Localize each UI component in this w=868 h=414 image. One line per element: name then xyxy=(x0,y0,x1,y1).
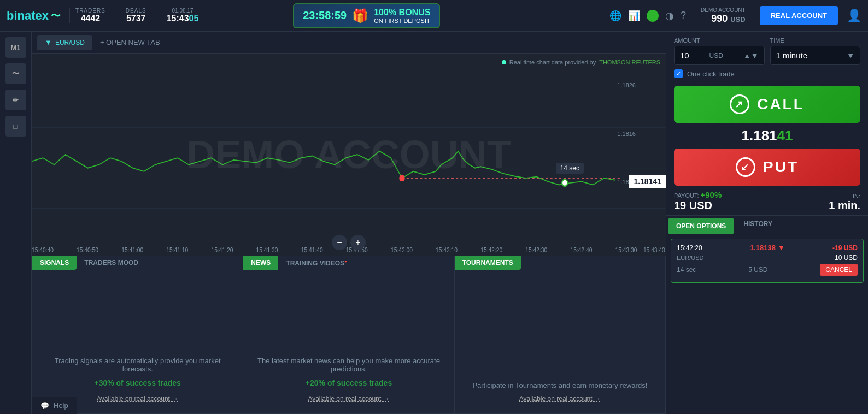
in-value: 1 min. xyxy=(829,199,860,212)
in-label: IN: xyxy=(829,193,860,199)
globe-icon[interactable]: 🌐 xyxy=(609,10,621,22)
call-button[interactable]: ↗ CALL xyxy=(674,86,860,123)
open-options-tab[interactable]: OPEN OPTIONS xyxy=(668,218,734,234)
payout-amount: 19 USD xyxy=(674,199,829,212)
zoom-in-button[interactable]: + xyxy=(350,235,366,250)
help-icon[interactable]: ? xyxy=(681,10,686,21)
history-tab[interactable]: HISTORY xyxy=(736,216,780,236)
amount-stepper[interactable]: ▲▼ xyxy=(743,51,759,60)
bottom-panels: SIGNALS TRADERS MOOD Trading signals are… xyxy=(32,256,666,414)
draw-tool-button[interactable]: ✏ xyxy=(5,90,26,110)
options-tabs: OPEN OPTIONS HISTORY xyxy=(666,215,868,236)
option-time: 15:42:20 xyxy=(677,244,702,252)
svg-text:15:42:20: 15:42:20 xyxy=(480,246,502,253)
svg-text:15:41:20: 15:41:20 xyxy=(211,246,233,253)
payout-box: PAYOUT: +90% 19 USD xyxy=(674,190,829,212)
user-icon[interactable]: 👤 xyxy=(847,9,861,23)
one-click-checkbox[interactable]: ✓ xyxy=(674,69,683,78)
payout-pct: +90% xyxy=(701,190,722,199)
signals-desc: Trading signals are automatically provid… xyxy=(43,357,232,373)
deals-value: 5737 xyxy=(126,14,146,23)
tournaments-content: Participate in Tournaments and earn mone… xyxy=(466,359,654,403)
logo: binatex 〜 xyxy=(7,9,61,23)
cancel-button[interactable]: CANCEL xyxy=(820,264,858,276)
tournaments-panel: TOURNAMENTS Participate in Tournaments a… xyxy=(455,256,666,414)
signals-content: Trading signals are automatically provid… xyxy=(43,335,232,403)
svg-text:15:42:10: 15:42:10 xyxy=(436,246,458,253)
option-item: 15:42:20 1.18138 ▼ -19 USD EUR/USD 10 US… xyxy=(671,239,864,283)
bonus-text-block: 100% BONUS ON FIRST DEPOSIT xyxy=(374,8,430,24)
left-sidebar: M1 〜 ✏ □ xyxy=(0,32,32,414)
time-box: TIME 1 minute ▼ xyxy=(770,37,861,65)
current-price-tag: 1.18141 xyxy=(629,175,666,188)
real-account-button[interactable]: REAL ACCOUNT xyxy=(760,6,838,25)
chart-area: ▼ EUR/USD + OPEN NEW TAB Real time chart… xyxy=(32,32,666,256)
put-button[interactable]: ↙ PUT xyxy=(674,149,860,186)
chart-svg: 15:40:40 15:40:50 15:41:00 15:41:10 15:4… xyxy=(32,54,666,256)
put-arrow-icon: ↙ xyxy=(736,157,755,177)
bonus-icon: 🎁 xyxy=(352,8,368,23)
svg-text:15:40:40: 15:40:40 xyxy=(32,246,54,253)
news-content: The latest market news can help you make… xyxy=(254,335,443,403)
bonus-text: 100% BONUS xyxy=(374,8,430,17)
svg-text:15:41:30: 15:41:30 xyxy=(256,246,278,253)
contrast-icon[interactable]: ◑ xyxy=(665,10,674,22)
help-bubble-icon: 💬 xyxy=(40,401,49,410)
option-timer-row: 14 sec 5 USD CANCEL xyxy=(677,262,858,278)
deals-label: DEALS xyxy=(126,8,146,14)
amount-label: AMOUNT xyxy=(674,37,765,44)
zoom-out-button[interactable]: − xyxy=(332,235,347,250)
tournaments-desc: Participate in Tournaments and earn mone… xyxy=(466,381,654,389)
traders-label: TRADERS xyxy=(75,8,105,14)
put-label: PUT xyxy=(763,158,799,176)
svg-text:15:41:10: 15:41:10 xyxy=(166,246,188,253)
reuters-text: Real time chart data provided by xyxy=(509,59,596,66)
chart-info: Real time chart data provided by THOMSON… xyxy=(502,59,660,66)
demo-account-display: DEMO ACCOUNT 990 USD xyxy=(695,7,751,25)
bonus-sub: ON FIRST DEPOSIT xyxy=(374,17,430,24)
price-decimal: 41 xyxy=(777,127,793,144)
time-value: 15:4305 xyxy=(167,14,199,23)
chart-type-button[interactable]: 〜 xyxy=(5,63,26,84)
tournaments-link[interactable]: Available on real account → xyxy=(466,395,654,403)
news-tabs: NEWS TRAINING VIDEOS xyxy=(243,256,355,270)
time-input[interactable]: 1 minute ▼ xyxy=(770,46,861,65)
signals-highlight: +30% of success trades xyxy=(43,378,232,387)
price-label-high: 1.1826 xyxy=(617,82,636,88)
option-seconds: 14 sec xyxy=(677,266,696,274)
bonus-timer: 23:58:59 xyxy=(303,9,347,22)
option-price: 1.18138 ▼ xyxy=(750,244,785,252)
news-tab[interactable]: NEWS xyxy=(243,256,278,270)
amount-input[interactable]: 10 USD ▲▼ xyxy=(674,46,765,65)
amount-currency: USD xyxy=(709,52,723,60)
chart-icon[interactable]: 📊 xyxy=(628,10,640,22)
signals-tab[interactable]: SIGNALS xyxy=(32,256,77,270)
traders-mood-tab[interactable]: TRADERS MOOD xyxy=(77,256,146,270)
shape-tool-button[interactable]: □ xyxy=(5,116,26,137)
date-label: 01.08.17 xyxy=(172,8,193,14)
datetime-stat: 01.08.17 15:4305 xyxy=(161,8,204,23)
zoom-controls: − + xyxy=(332,235,366,250)
signals-panel: SIGNALS TRADERS MOOD Trading signals are… xyxy=(32,256,243,414)
bonus-banner[interactable]: 23:58:59 🎁 100% BONUS ON FIRST DEPOSIT xyxy=(293,3,440,28)
option-item-top: 15:42:20 1.18138 ▼ -19 USD xyxy=(677,244,858,252)
svg-text:15:42:30: 15:42:30 xyxy=(525,246,547,253)
help-bar[interactable]: 💬 Help xyxy=(32,397,77,414)
tournaments-tab[interactable]: TOURNAMENTS xyxy=(455,256,521,270)
training-videos-tab[interactable]: TRAINING VIDEOS xyxy=(278,256,355,270)
timeframe-m1-button[interactable]: M1 xyxy=(5,37,26,58)
help-label: Help xyxy=(54,401,68,410)
demo-label: DEMO ACCOUNT xyxy=(701,7,746,13)
option-usd: 5 USD xyxy=(748,266,767,274)
news-panel: NEWS TRAINING VIDEOS The latest market n… xyxy=(243,256,454,414)
eurusd-tab[interactable]: ▼ EUR/USD xyxy=(37,35,92,50)
open-new-tab[interactable]: + OPEN NEW TAB xyxy=(92,35,168,50)
play-icon[interactable]: ▶ xyxy=(647,10,659,22)
amount-value: 10 xyxy=(680,51,689,60)
deals-stat: DEALS 5737 xyxy=(120,8,152,23)
price-whole: 1.181 xyxy=(742,127,777,144)
option-item-bottom: EUR/USD 10 USD xyxy=(677,254,858,262)
news-link[interactable]: Available on real account → xyxy=(254,395,443,403)
time-stepper[interactable]: ▼ xyxy=(847,51,854,60)
svg-text:15:41:00: 15:41:00 xyxy=(121,246,143,253)
